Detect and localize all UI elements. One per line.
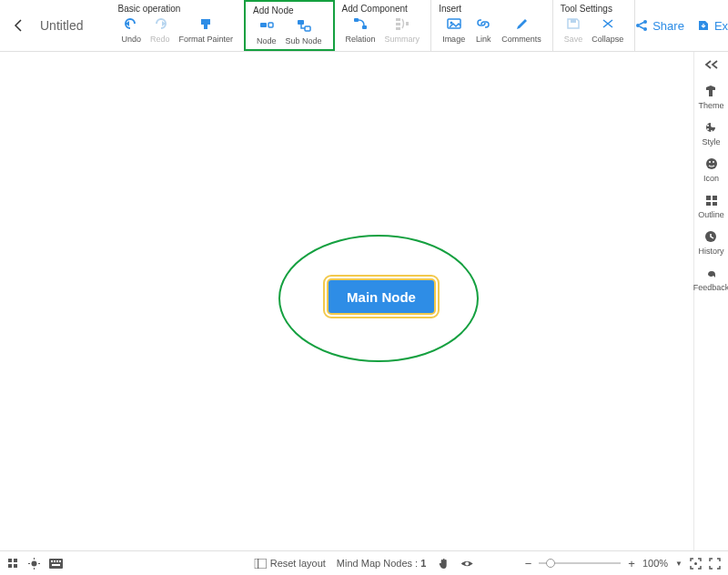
- zoom-level[interactable]: 100%: [642, 558, 668, 569]
- summary-icon: [394, 15, 410, 32]
- insert-comments-button[interactable]: Comments: [498, 15, 545, 44]
- svg-rect-24: [706, 196, 711, 200]
- svg-rect-10: [396, 27, 400, 30]
- svg-rect-31: [8, 564, 12, 568]
- fullscreen-icon[interactable]: [709, 558, 721, 570]
- svg-rect-38: [49, 559, 63, 569]
- zoom-out-button[interactable]: −: [525, 557, 532, 570]
- svg-rect-41: [56, 560, 58, 562]
- node-icon: [258, 17, 275, 34]
- export-icon: [697, 19, 710, 32]
- svg-point-21: [706, 158, 717, 169]
- main-node[interactable]: Main Node: [327, 278, 436, 315]
- zoom-in-button[interactable]: +: [628, 557, 635, 570]
- group-add-component: Add Component Relation Summary: [335, 0, 432, 51]
- group-basic-operation: Basic operation Undo Redo Format Painter: [110, 0, 245, 51]
- outline-tab[interactable]: Outline: [698, 192, 724, 219]
- group-insert: Insert Image Link Comments: [431, 0, 553, 51]
- svg-point-23: [713, 161, 714, 163]
- svg-rect-30: [14, 559, 17, 562]
- redo-button[interactable]: Redo: [147, 15, 174, 44]
- eye-icon[interactable]: [460, 559, 473, 569]
- relation-icon: [352, 15, 369, 32]
- svg-rect-27: [713, 202, 717, 206]
- sub-node-icon: [296, 17, 312, 34]
- svg-rect-9: [396, 23, 400, 25]
- svg-rect-6: [354, 18, 359, 22]
- svg-point-33: [32, 560, 37, 566]
- smiley-icon: [703, 156, 720, 172]
- feedback-tab[interactable]: Feedback: [693, 265, 728, 292]
- svg-point-46: [465, 561, 469, 565]
- svg-point-20: [711, 130, 713, 132]
- svg-rect-2: [260, 23, 267, 27]
- svg-point-47: [694, 562, 697, 565]
- svg-point-16: [643, 20, 647, 24]
- svg-rect-25: [713, 196, 717, 200]
- relation-button[interactable]: Relation: [342, 15, 379, 44]
- svg-point-17: [643, 27, 647, 31]
- undo-button[interactable]: Undo: [117, 15, 145, 44]
- reset-layout-button[interactable]: Reset layout: [270, 558, 326, 569]
- redo-icon: [152, 15, 168, 32]
- svg-point-22: [709, 161, 711, 163]
- mindmap-canvas[interactable]: Main Node: [0, 52, 693, 550]
- add-sub-node-button[interactable]: Sub Node: [282, 17, 326, 45]
- layout-icon[interactable]: [255, 559, 267, 569]
- icon-tab[interactable]: Icon: [703, 156, 720, 183]
- undo-icon: [123, 15, 139, 32]
- history-icon: [703, 228, 719, 245]
- svg-rect-1: [204, 25, 207, 29]
- comments-icon: [513, 15, 530, 32]
- brightness-icon[interactable]: [28, 558, 40, 570]
- document-title[interactable]: Untitled: [40, 18, 83, 33]
- summary-button[interactable]: Summary: [381, 15, 424, 44]
- node-count-label: Mind Map Nodes :: [337, 558, 418, 569]
- export-button[interactable]: Export: [697, 19, 728, 33]
- svg-rect-7: [362, 25, 367, 29]
- svg-rect-8: [396, 18, 400, 21]
- history-tab[interactable]: History: [698, 228, 723, 256]
- svg-rect-5: [305, 26, 310, 31]
- status-bar: Reset layout Mind Map Nodes : 1 − + 100%…: [0, 550, 728, 575]
- svg-rect-4: [298, 20, 304, 25]
- fit-icon[interactable]: [690, 558, 702, 570]
- svg-point-19: [707, 128, 709, 130]
- style-tab[interactable]: Style: [702, 119, 720, 146]
- toolbar: Basic operation Undo Redo Format Painter…: [110, 0, 635, 51]
- insert-link-button[interactable]: Link: [470, 15, 496, 44]
- share-button[interactable]: Share: [635, 19, 684, 33]
- grid-icon[interactable]: [7, 558, 19, 570]
- svg-rect-40: [54, 560, 56, 562]
- zoom-slider[interactable]: [539, 562, 621, 564]
- keyboard-icon[interactable]: [49, 559, 63, 569]
- link-icon: [475, 15, 491, 32]
- style-icon: [703, 119, 719, 136]
- svg-rect-14: [571, 19, 576, 23]
- panel-collapse-button[interactable]: [703, 59, 720, 70]
- collapse-button[interactable]: Collapse: [588, 15, 627, 44]
- side-panel: Theme Style Icon Outline History Feedbac…: [693, 52, 728, 550]
- image-icon: [446, 15, 462, 32]
- outline-icon: [703, 192, 720, 208]
- format-painter-icon: [197, 15, 214, 32]
- format-painter-button[interactable]: Format Painter: [176, 15, 238, 44]
- share-icon: [635, 19, 648, 32]
- group-tool-settings: Tool Settings Save Collapse: [553, 0, 636, 51]
- group-add-node: Add Node Node Sub Node: [244, 0, 335, 51]
- svg-rect-26: [706, 202, 711, 206]
- feedback-icon: [703, 265, 720, 281]
- svg-rect-0: [201, 19, 210, 25]
- theme-icon: [703, 83, 719, 99]
- save-button[interactable]: Save: [561, 15, 587, 44]
- svg-rect-32: [14, 564, 17, 568]
- theme-tab[interactable]: Theme: [698, 83, 723, 110]
- svg-rect-11: [406, 22, 409, 25]
- insert-image-button[interactable]: Image: [439, 15, 469, 44]
- back-button[interactable]: [7, 17, 29, 34]
- add-node-button[interactable]: Node: [253, 17, 280, 45]
- collapse-icon: [600, 15, 616, 32]
- node-count-value: 1: [420, 558, 426, 569]
- svg-rect-44: [255, 559, 267, 569]
- hand-tool-icon[interactable]: [437, 558, 449, 570]
